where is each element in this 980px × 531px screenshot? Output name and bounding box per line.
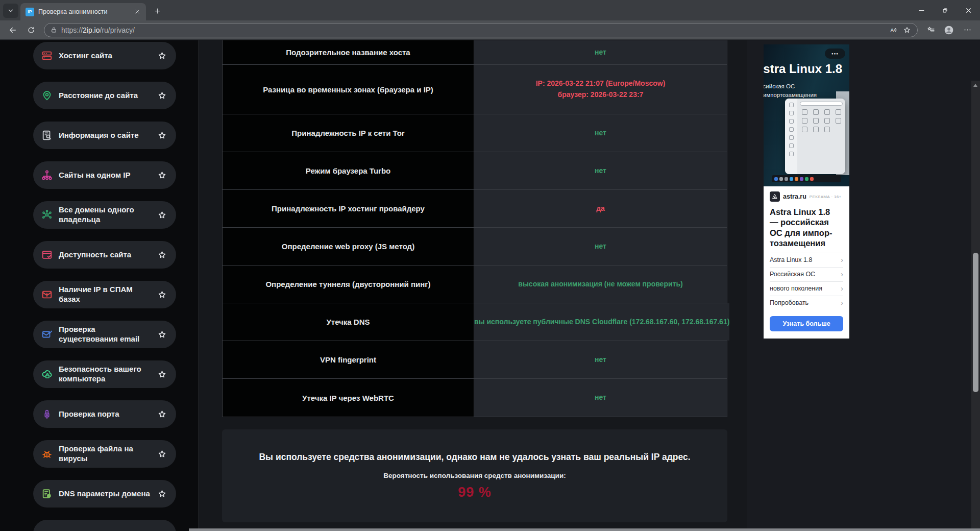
row-value: высокая анонимизация (не можем проверить… [474,266,727,303]
chevron-right-icon: › [841,256,843,264]
table-row: Утечка DNS вы используете публичные DNS … [223,303,727,341]
cloud-lock-icon [41,369,53,380]
star-icon[interactable] [157,409,167,419]
ad-sitelink[interactable]: Astra Linux 1.8 › [770,253,843,267]
ad-headline: Astra Linux 1.8— российскаяОС для импор-… [770,207,843,249]
star-icon[interactable] [157,489,167,499]
sitemap-icon [41,170,53,181]
lock-icon [51,27,57,33]
back-button[interactable] [5,22,20,38]
sidebar-item-label: Безопасность вашего компьютера [59,365,151,384]
new-tab-button[interactable] [150,4,164,18]
star-icon[interactable] [157,131,167,140]
ad-image-title: Astra Linux 1.8 [764,62,849,76]
read-aloud-icon[interactable]: A [889,26,898,34]
minimize-button[interactable] [910,0,933,20]
ad-sitelink-label: Российская ОС [770,271,815,278]
sidebar-item-dns-server[interactable]: DNS параметры домена [33,480,176,508]
scrollbar-up-icon[interactable] [973,84,977,87]
map-pin-icon [41,90,53,101]
star-icon[interactable] [157,91,167,101]
tab-title: Проверка анонимности [38,8,129,15]
close-tab-icon[interactable] [133,7,142,16]
vertical-scrollbar[interactable] [971,81,980,531]
summary-headline: Вы используете средства анонимизации, од… [259,452,690,463]
row-label: Разница во временных зонах (браузера и I… [223,65,474,114]
ad-disclaimer: РЕКЛАМА · 16+ [810,195,842,199]
menu-dots-icon[interactable] [960,22,975,38]
sidebar-item-mail-warning[interactable]: Наличие IP в СПАМ базах [33,281,176,308]
star-icon[interactable] [157,330,167,340]
table-row: Определение туннеля (двусторонний пинг) … [223,266,727,303]
close-window-button[interactable] [957,0,980,20]
table-row: Подозрительное название хоста нет [223,40,727,65]
favorite-star-icon[interactable] [903,26,911,34]
sidebar-item-label: Все домены одного владельца [59,205,151,225]
table-row: Режим браузера Turbo нет [223,152,727,190]
probability-value: 99 % [458,485,492,500]
ad-sitelink[interactable]: Попробовать › [770,296,843,310]
sidebar-item-share-network[interactable]: Все домены одного владельца [33,201,176,229]
vertical-scrollbar-thumb[interactable] [973,253,978,392]
row-label: Подозрительное название хоста [223,40,474,64]
star-icon[interactable] [157,51,167,61]
row-value: IP: 2026-03-22 21:07 (Europe/Moscow)брау… [474,65,727,114]
row-value: вы используете публичные DNS Cloudflare … [474,303,729,341]
chevron-right-icon: › [841,284,843,293]
sidebar-item-partial[interactable] [33,520,176,531]
ad-sitelink-label: Astra Linux 1.8 [770,256,812,263]
row-value: нет [474,40,727,64]
port-lock-icon [41,408,53,420]
chevron-right-icon: › [841,270,843,278]
row-label: Режим браузера Turbo [223,152,474,189]
ad-cta-button[interactable]: Узнать больше [770,316,843,331]
tab-search-button[interactable] [3,4,18,18]
ad-card: astra.ru РЕКЛАМА · 16+ Astra Linux 1.8— … [764,186,849,339]
ad-image-subtitle: российская ОС [764,82,849,91]
sidebar-item-browser-check[interactable]: Доступность сайта [33,241,176,269]
browser-toolbar: https://2ip.io/ru/privacy/ A [0,20,980,40]
sidebar-item-label: Информация о сайте [59,131,139,140]
tools-sidebar: Хостинг сайта Расстояние до сайта Информ… [0,40,199,531]
sidebar-item-bug[interactable]: Проверка файла на вирусы [33,440,176,468]
star-icon[interactable] [157,290,167,300]
sidebar-item-map-pin[interactable]: Расстояние до сайта [33,82,176,109]
star-icon[interactable] [157,370,167,379]
address-bar[interactable]: https://2ip.io/ru/privacy/ A [44,23,918,37]
sidebar-item-label: Доступность сайта [59,250,131,260]
sidebar-item-cloud-lock[interactable]: Безопасность вашего компьютера [33,360,176,388]
star-icon[interactable] [157,210,167,220]
sidebar-item-port-lock[interactable]: Проверка порта [33,400,176,428]
sidebar-item-sitemap[interactable]: Сайты на одном IP [33,161,176,189]
refresh-button[interactable] [23,22,39,38]
favorites-hub-icon[interactable] [923,22,938,38]
doc-search-icon [41,130,53,141]
table-row: Определение web proxy (JS метод) нет [223,228,727,266]
browser-check-icon [41,249,53,260]
ad-sitelink[interactable]: Российская ОС › [770,267,843,281]
sidebar-item-label: Сайты на одном IP [59,171,130,180]
sidebar-item-doc-search[interactable]: Информация о сайте [33,122,176,149]
ad-sitelink-label: Попробовать [770,299,808,306]
avatar[interactable] [941,22,957,38]
ad-sitelink[interactable]: нового поколения › [770,281,843,296]
horizontal-scrollbar-thumb[interactable] [189,528,980,531]
plus-icon [154,7,161,15]
mail-check-icon [41,329,53,340]
tab-privacy-check[interactable]: IP Проверка анонимности [20,3,146,20]
astra-logo-icon [770,191,780,202]
ad-block[interactable]: Astra Linux 1.8 российская ОС для импорт… [764,44,849,339]
sidebar-item-label: Проверка существования email [59,325,151,344]
sidebar-item-mail-check[interactable]: Проверка существования email [33,321,176,348]
anonymity-table: Подозрительное название хоста нет Разниц… [222,40,727,417]
star-icon[interactable] [157,171,167,180]
svg-text:A: A [890,27,894,33]
ad-brand[interactable]: astra.ru [783,193,806,200]
table-row: Утечка IP через WebRTC нет [223,379,727,417]
refresh-icon [27,26,35,34]
star-icon[interactable] [157,449,167,459]
ad-menu-dots-icon[interactable]: ●●● [825,49,845,59]
star-icon[interactable] [157,250,167,260]
restore-button[interactable] [933,0,957,20]
sidebar-item-server[interactable]: Хостинг сайта [33,42,176,69]
